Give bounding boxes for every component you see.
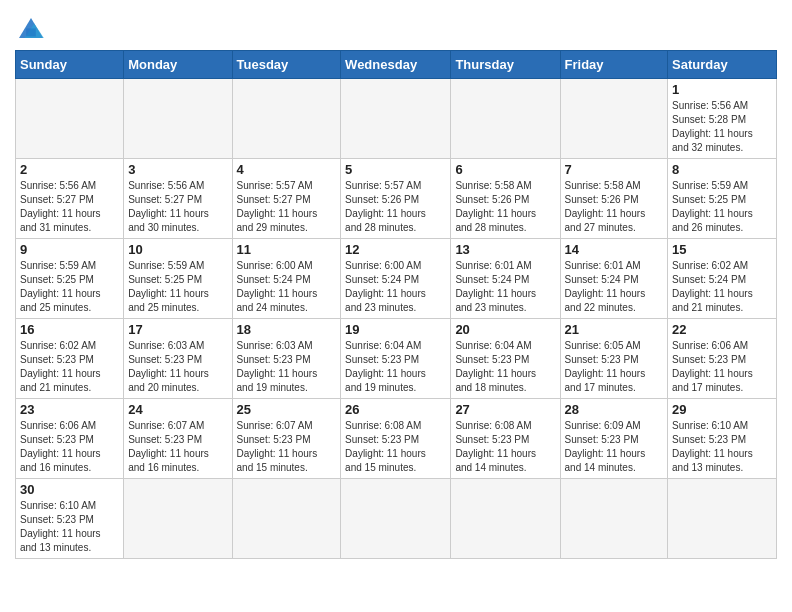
day-info: Sunrise: 6:01 AM Sunset: 5:24 PM Dayligh… bbox=[455, 259, 555, 315]
day-info: Sunrise: 6:06 AM Sunset: 5:23 PM Dayligh… bbox=[672, 339, 772, 395]
weekday-header-row: SundayMondayTuesdayWednesdayThursdayFrid… bbox=[16, 51, 777, 79]
week-row-4: 23Sunrise: 6:06 AM Sunset: 5:23 PM Dayli… bbox=[16, 399, 777, 479]
week-row-0: 1Sunrise: 5:56 AM Sunset: 5:28 PM Daylig… bbox=[16, 79, 777, 159]
day-cell-4-5: 28Sunrise: 6:09 AM Sunset: 5:23 PM Dayli… bbox=[560, 399, 668, 479]
day-number: 30 bbox=[20, 482, 119, 497]
day-cell-3-5: 21Sunrise: 6:05 AM Sunset: 5:23 PM Dayli… bbox=[560, 319, 668, 399]
day-number: 26 bbox=[345, 402, 446, 417]
day-info: Sunrise: 6:05 AM Sunset: 5:23 PM Dayligh… bbox=[565, 339, 664, 395]
day-cell-2-6: 15Sunrise: 6:02 AM Sunset: 5:24 PM Dayli… bbox=[668, 239, 777, 319]
day-info: Sunrise: 5:59 AM Sunset: 5:25 PM Dayligh… bbox=[20, 259, 119, 315]
weekday-header-tuesday: Tuesday bbox=[232, 51, 341, 79]
day-info: Sunrise: 6:04 AM Sunset: 5:23 PM Dayligh… bbox=[455, 339, 555, 395]
day-number: 22 bbox=[672, 322, 772, 337]
week-row-3: 16Sunrise: 6:02 AM Sunset: 5:23 PM Dayli… bbox=[16, 319, 777, 399]
day-info: Sunrise: 6:00 AM Sunset: 5:24 PM Dayligh… bbox=[237, 259, 337, 315]
day-info: Sunrise: 6:00 AM Sunset: 5:24 PM Dayligh… bbox=[345, 259, 446, 315]
day-number: 16 bbox=[20, 322, 119, 337]
day-info: Sunrise: 6:07 AM Sunset: 5:23 PM Dayligh… bbox=[128, 419, 227, 475]
day-cell-2-1: 10Sunrise: 5:59 AM Sunset: 5:25 PM Dayli… bbox=[124, 239, 232, 319]
logo bbox=[15, 10, 51, 42]
weekday-header-thursday: Thursday bbox=[451, 51, 560, 79]
day-cell-0-5 bbox=[560, 79, 668, 159]
day-info: Sunrise: 5:56 AM Sunset: 5:28 PM Dayligh… bbox=[672, 99, 772, 155]
week-row-5: 30Sunrise: 6:10 AM Sunset: 5:23 PM Dayli… bbox=[16, 479, 777, 559]
day-info: Sunrise: 6:08 AM Sunset: 5:23 PM Dayligh… bbox=[345, 419, 446, 475]
day-info: Sunrise: 6:03 AM Sunset: 5:23 PM Dayligh… bbox=[237, 339, 337, 395]
day-cell-3-2: 18Sunrise: 6:03 AM Sunset: 5:23 PM Dayli… bbox=[232, 319, 341, 399]
day-number: 17 bbox=[128, 322, 227, 337]
day-number: 13 bbox=[455, 242, 555, 257]
day-cell-5-4 bbox=[451, 479, 560, 559]
header bbox=[15, 10, 777, 42]
day-info: Sunrise: 6:07 AM Sunset: 5:23 PM Dayligh… bbox=[237, 419, 337, 475]
day-cell-4-2: 25Sunrise: 6:07 AM Sunset: 5:23 PM Dayli… bbox=[232, 399, 341, 479]
day-cell-1-1: 3Sunrise: 5:56 AM Sunset: 5:27 PM Daylig… bbox=[124, 159, 232, 239]
day-info: Sunrise: 6:09 AM Sunset: 5:23 PM Dayligh… bbox=[565, 419, 664, 475]
day-cell-5-5 bbox=[560, 479, 668, 559]
day-cell-5-6 bbox=[668, 479, 777, 559]
day-cell-3-4: 20Sunrise: 6:04 AM Sunset: 5:23 PM Dayli… bbox=[451, 319, 560, 399]
day-number: 27 bbox=[455, 402, 555, 417]
day-number: 2 bbox=[20, 162, 119, 177]
day-cell-1-6: 8Sunrise: 5:59 AM Sunset: 5:25 PM Daylig… bbox=[668, 159, 777, 239]
page: SundayMondayTuesdayWednesdayThursdayFrid… bbox=[0, 0, 792, 574]
day-number: 25 bbox=[237, 402, 337, 417]
day-number: 7 bbox=[565, 162, 664, 177]
day-cell-2-3: 12Sunrise: 6:00 AM Sunset: 5:24 PM Dayli… bbox=[341, 239, 451, 319]
day-cell-1-3: 5Sunrise: 5:57 AM Sunset: 5:26 PM Daylig… bbox=[341, 159, 451, 239]
day-cell-0-3 bbox=[341, 79, 451, 159]
day-number: 4 bbox=[237, 162, 337, 177]
day-number: 12 bbox=[345, 242, 446, 257]
logo-icon bbox=[15, 14, 47, 42]
day-info: Sunrise: 5:56 AM Sunset: 5:27 PM Dayligh… bbox=[20, 179, 119, 235]
day-info: Sunrise: 5:56 AM Sunset: 5:27 PM Dayligh… bbox=[128, 179, 227, 235]
day-cell-5-0: 30Sunrise: 6:10 AM Sunset: 5:23 PM Dayli… bbox=[16, 479, 124, 559]
weekday-header-sunday: Sunday bbox=[16, 51, 124, 79]
day-number: 1 bbox=[672, 82, 772, 97]
day-info: Sunrise: 5:58 AM Sunset: 5:26 PM Dayligh… bbox=[565, 179, 664, 235]
day-cell-3-3: 19Sunrise: 6:04 AM Sunset: 5:23 PM Dayli… bbox=[341, 319, 451, 399]
day-cell-0-1 bbox=[124, 79, 232, 159]
day-info: Sunrise: 6:06 AM Sunset: 5:23 PM Dayligh… bbox=[20, 419, 119, 475]
day-info: Sunrise: 6:02 AM Sunset: 5:24 PM Dayligh… bbox=[672, 259, 772, 315]
day-cell-0-2 bbox=[232, 79, 341, 159]
day-cell-2-0: 9Sunrise: 5:59 AM Sunset: 5:25 PM Daylig… bbox=[16, 239, 124, 319]
day-info: Sunrise: 6:08 AM Sunset: 5:23 PM Dayligh… bbox=[455, 419, 555, 475]
day-cell-1-4: 6Sunrise: 5:58 AM Sunset: 5:26 PM Daylig… bbox=[451, 159, 560, 239]
day-info: Sunrise: 6:01 AM Sunset: 5:24 PM Dayligh… bbox=[565, 259, 664, 315]
day-number: 14 bbox=[565, 242, 664, 257]
day-number: 9 bbox=[20, 242, 119, 257]
day-cell-4-1: 24Sunrise: 6:07 AM Sunset: 5:23 PM Dayli… bbox=[124, 399, 232, 479]
day-info: Sunrise: 5:57 AM Sunset: 5:27 PM Dayligh… bbox=[237, 179, 337, 235]
calendar-table: SundayMondayTuesdayWednesdayThursdayFrid… bbox=[15, 50, 777, 559]
svg-rect-2 bbox=[26, 28, 36, 36]
day-number: 8 bbox=[672, 162, 772, 177]
day-info: Sunrise: 5:59 AM Sunset: 5:25 PM Dayligh… bbox=[128, 259, 227, 315]
week-row-1: 2Sunrise: 5:56 AM Sunset: 5:27 PM Daylig… bbox=[16, 159, 777, 239]
weekday-header-friday: Friday bbox=[560, 51, 668, 79]
day-cell-4-0: 23Sunrise: 6:06 AM Sunset: 5:23 PM Dayli… bbox=[16, 399, 124, 479]
day-info: Sunrise: 6:02 AM Sunset: 5:23 PM Dayligh… bbox=[20, 339, 119, 395]
day-info: Sunrise: 6:10 AM Sunset: 5:23 PM Dayligh… bbox=[20, 499, 119, 555]
day-number: 3 bbox=[128, 162, 227, 177]
day-cell-4-6: 29Sunrise: 6:10 AM Sunset: 5:23 PM Dayli… bbox=[668, 399, 777, 479]
day-number: 29 bbox=[672, 402, 772, 417]
day-cell-5-3 bbox=[341, 479, 451, 559]
day-cell-0-4 bbox=[451, 79, 560, 159]
weekday-header-wednesday: Wednesday bbox=[341, 51, 451, 79]
day-number: 19 bbox=[345, 322, 446, 337]
day-cell-4-4: 27Sunrise: 6:08 AM Sunset: 5:23 PM Dayli… bbox=[451, 399, 560, 479]
day-info: Sunrise: 5:57 AM Sunset: 5:26 PM Dayligh… bbox=[345, 179, 446, 235]
day-number: 21 bbox=[565, 322, 664, 337]
day-number: 11 bbox=[237, 242, 337, 257]
day-cell-5-1 bbox=[124, 479, 232, 559]
day-cell-2-5: 14Sunrise: 6:01 AM Sunset: 5:24 PM Dayli… bbox=[560, 239, 668, 319]
day-cell-1-2: 4Sunrise: 5:57 AM Sunset: 5:27 PM Daylig… bbox=[232, 159, 341, 239]
day-number: 6 bbox=[455, 162, 555, 177]
day-cell-1-5: 7Sunrise: 5:58 AM Sunset: 5:26 PM Daylig… bbox=[560, 159, 668, 239]
day-cell-3-1: 17Sunrise: 6:03 AM Sunset: 5:23 PM Dayli… bbox=[124, 319, 232, 399]
day-cell-2-2: 11Sunrise: 6:00 AM Sunset: 5:24 PM Dayli… bbox=[232, 239, 341, 319]
day-info: Sunrise: 6:10 AM Sunset: 5:23 PM Dayligh… bbox=[672, 419, 772, 475]
day-cell-4-3: 26Sunrise: 6:08 AM Sunset: 5:23 PM Dayli… bbox=[341, 399, 451, 479]
